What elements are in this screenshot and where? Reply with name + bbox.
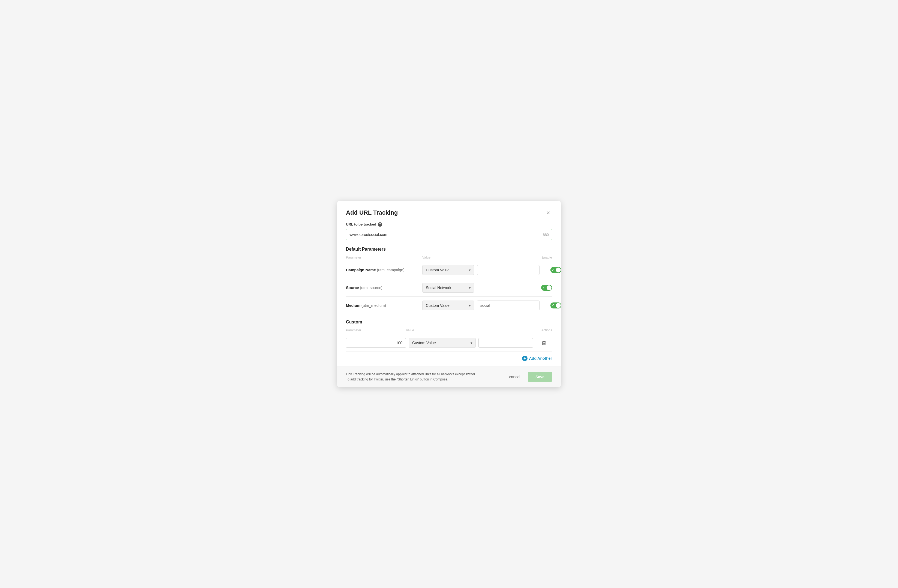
source-dropdown[interactable]: Social Network Custom Value	[422, 283, 474, 292]
svg-rect-2	[543, 341, 544, 342]
url-char-count: 880	[543, 232, 549, 237]
footer-note-line2: To add tracking for Twitter, use the "Sh…	[346, 377, 476, 382]
campaign-name-row: Campaign Name (utm_campaign) Custom Valu…	[346, 261, 552, 279]
footer-actions: cancel Save	[506, 372, 552, 382]
add-another-row: + Add Another	[346, 352, 552, 366]
campaign-dropdown[interactable]: Custom Value Social Network	[422, 265, 474, 275]
source-dropdown-wrapper: Social Network Custom Value	[422, 283, 474, 292]
campaign-toggle-area	[540, 267, 561, 273]
medium-row: Medium (utm_medium) Custom Value Social …	[346, 297, 552, 314]
medium-toggle-knob	[556, 303, 561, 308]
add-another-button[interactable]: + Add Another	[522, 356, 552, 361]
source-utm-label: (utm_source)	[360, 286, 382, 290]
campaign-toggle-knob	[556, 268, 561, 272]
delete-btn-wrapper	[536, 340, 552, 346]
source-toggle-area	[530, 285, 552, 291]
custom-dropdown-wrapper: Custom Value Social Network	[409, 338, 476, 348]
medium-toggle-area	[540, 302, 561, 308]
url-section-label: URL to be tracked ?	[346, 222, 552, 227]
custom-text-input[interactable]	[478, 338, 533, 348]
trash-icon	[541, 340, 547, 346]
custom-header-empty	[481, 328, 536, 332]
default-params-header: Parameter Value Enable	[346, 256, 552, 261]
medium-dropdown[interactable]: Custom Value Social Network	[422, 300, 474, 310]
footer-note-line1: Link Tracking will be automatically appl…	[346, 372, 476, 377]
cancel-button[interactable]: cancel	[506, 373, 523, 381]
help-icon[interactable]: ?	[378, 222, 382, 227]
header-value: Value	[422, 256, 530, 259]
custom-table-header: Parameter Value Actions	[346, 328, 552, 334]
url-section: URL to be tracked ? 880	[346, 222, 552, 240]
custom-section-title: Custom	[346, 320, 552, 325]
custom-header-actions: Actions	[536, 328, 552, 332]
campaign-name-label: Campaign Name (utm_campaign)	[346, 268, 422, 272]
source-value-area: Social Network Custom Value	[422, 283, 530, 292]
source-toggle-knob	[547, 285, 552, 290]
campaign-utm-label: (utm_campaign)	[377, 268, 404, 272]
medium-toggle[interactable]	[550, 302, 561, 308]
add-icon: +	[522, 356, 527, 361]
custom-header-parameter: Parameter	[346, 328, 406, 332]
default-params-title: Default Parameters	[346, 247, 552, 252]
header-enable: Enable	[530, 256, 552, 259]
campaign-value-area: Custom Value Social Network	[422, 265, 540, 275]
close-button[interactable]: ×	[544, 209, 552, 217]
modal-footer: Link Tracking will be automatically appl…	[337, 366, 561, 387]
add-url-tracking-modal: Add URL Tracking × URL to be tracked ? 8…	[337, 201, 561, 387]
campaign-dropdown-wrapper: Custom Value Social Network	[422, 265, 474, 275]
modal-title: Add URL Tracking	[346, 209, 398, 216]
custom-dropdown[interactable]: Custom Value Social Network	[409, 338, 476, 348]
custom-row: Custom Value Social Network	[346, 334, 552, 352]
medium-value-area: Custom Value Social Network	[422, 300, 540, 310]
add-another-label: Add Another	[529, 356, 552, 360]
save-button[interactable]: Save	[528, 372, 552, 382]
url-input[interactable]	[346, 229, 552, 240]
custom-param-input[interactable]	[346, 338, 406, 348]
default-parameters-section: Default Parameters Parameter Value Enabl…	[346, 247, 552, 314]
source-toggle[interactable]	[541, 285, 552, 291]
url-input-wrapper: 880	[346, 229, 552, 240]
medium-label: Medium (utm_medium)	[346, 303, 422, 308]
footer-note: Link Tracking will be automatically appl…	[346, 372, 476, 382]
custom-header-value: Value	[406, 328, 481, 332]
svg-rect-0	[543, 342, 545, 345]
header-parameter: Parameter	[346, 256, 422, 259]
custom-section: Custom Parameter Value Actions Custom Va…	[346, 320, 552, 366]
modal-header: Add URL Tracking ×	[337, 201, 561, 222]
delete-row-button[interactable]	[541, 340, 547, 346]
source-label: Source (utm_source)	[346, 286, 422, 290]
medium-text-input[interactable]	[477, 300, 540, 310]
campaign-toggle[interactable]	[550, 267, 561, 273]
source-row: Source (utm_source) Social Network Custo…	[346, 279, 552, 297]
campaign-text-input[interactable]	[477, 265, 540, 275]
medium-dropdown-wrapper: Custom Value Social Network	[422, 300, 474, 310]
modal-body: URL to be tracked ? 880 Default Paramete…	[337, 222, 561, 366]
medium-utm-label: (utm_medium)	[361, 303, 386, 308]
